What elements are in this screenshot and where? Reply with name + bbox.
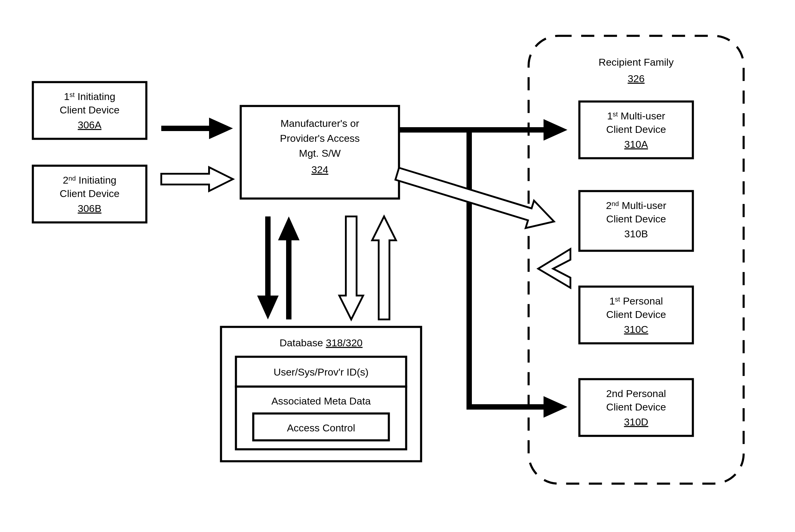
svg-marker-41 [209,118,233,139]
arrow-init2-to-mgr [161,167,233,191]
svg-text:326: 326 [628,73,645,84]
svg-text:Client Device: Client Device [606,213,666,225]
arrow-mgr-db-hollow-down [339,216,363,320]
svg-marker-55 [339,216,363,320]
svg-text:Provider's Access: Provider's Access [280,133,360,144]
svg-text:Associated Meta Data: Associated Meta Data [271,395,371,406]
arrow-mgr-db-solid-up [278,216,300,320]
svg-text:Client Device: Client Device [606,309,666,320]
svg-marker-54 [278,216,300,240]
svg-text:2nd Personal: 2nd Personal [606,388,666,399]
arrow-mgr-db-hollow-up [372,216,396,320]
svg-text:306B: 306B [78,203,101,214]
svg-text:310C: 310C [624,324,648,335]
svg-text:Mgt. S/W: Mgt. S/W [299,148,341,159]
svg-text:Access Control: Access Control [287,422,355,434]
box-initiating-2: 2nd Initiating Client Device 306B [33,166,146,223]
svg-text:User/Sys/Prov'r ID(s): User/Sys/Prov'r ID(s) [273,366,368,378]
arrow-mu2-to-p1 [538,249,570,288]
svg-text:Database 318/320: Database 318/320 [280,337,363,348]
svg-marker-49 [395,168,554,228]
box-access-mgt: Manufacturer's or Provider's Access Mgt.… [241,106,399,198]
svg-marker-42 [161,167,233,191]
box-personal-1: 1st Personal Client Device 310C [580,287,693,343]
box-initiating-1: 1st Initiating Client Device 306A [33,82,146,139]
svg-text:Manufacturer's or: Manufacturer's or [280,118,359,129]
svg-marker-56 [372,216,396,320]
svg-text:Client Device: Client Device [60,188,119,199]
svg-marker-52 [257,296,279,320]
box-multiuser-1: 1st Multi-user Client Device 310A [580,101,693,158]
svg-text:Recipient Family: Recipient Family [599,56,674,68]
svg-marker-46 [544,119,567,140]
box-multiuser-2: 2nd Multi-user Client Device 310B [580,191,693,251]
svg-text:310A: 310A [624,138,648,150]
arrow-mgr-to-mu2 [395,168,554,228]
svg-text:310D: 310D [624,416,648,428]
svg-text:Client Device: Client Device [60,104,119,116]
svg-marker-50 [538,249,570,288]
svg-text:Client Device: Client Device [606,124,666,135]
svg-text:306A: 306A [78,119,101,131]
svg-text:Client Device: Client Device [606,401,666,413]
svg-text:324: 324 [311,164,328,175]
svg-marker-48 [544,396,567,418]
svg-text:310B: 310B [624,228,648,240]
arrow-mgr-db-solid-down [257,216,279,320]
box-database: Database 318/320 User/Sys/Prov'r ID(s) A… [221,327,421,461]
box-personal-2: 2nd Personal Client Device 310D [580,379,693,436]
diagram-canvas: 1st Initiating Client Device 306A 2nd In… [0,0,795,532]
arrow-init1-to-mgr [161,118,233,139]
